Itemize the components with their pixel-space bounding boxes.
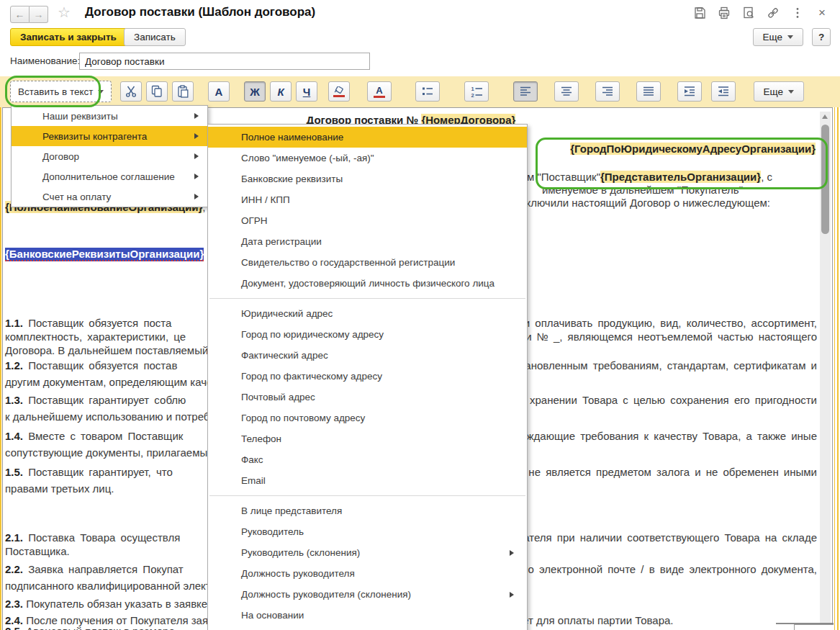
- justify-button[interactable]: [636, 81, 661, 102]
- submenu-item[interactable]: Email: [208, 470, 527, 491]
- submenu-item-label: Должность руководителя: [241, 568, 355, 579]
- outdent-button[interactable]: [711, 81, 736, 102]
- paste-button[interactable]: [172, 81, 194, 102]
- submenu-item[interactable]: Слово "именуемое (-ый, -ая)": [208, 148, 527, 168]
- app-window: ← → ☆ Договор поставки (Шаблон договора)…: [0, 0, 840, 630]
- bullet-list-button[interactable]: [415, 81, 440, 102]
- command-bar: Записать и закрыть Записать Еще ?: [0, 26, 840, 49]
- preview-icon[interactable]: [741, 6, 757, 20]
- name-input[interactable]: [79, 53, 370, 70]
- menu-item[interactable]: Дополнительное соглашение: [12, 166, 207, 186]
- submenu-item-label: Email: [241, 475, 266, 486]
- submenu-item[interactable]: Руководитель: [208, 521, 527, 542]
- save-icon[interactable]: [692, 6, 708, 20]
- submenu-item[interactable]: Дата регистрации: [208, 231, 527, 252]
- submenu-item-label: На основании: [241, 610, 304, 621]
- close-icon[interactable]: ×: [814, 6, 830, 20]
- submenu-arrow-icon: [194, 133, 199, 139]
- titlebar: ← → ☆ Договор поставки (Шаблон договора)…: [0, 0, 840, 24]
- submenu-item-label: Почтовый адрес: [241, 392, 315, 402]
- submenu-item[interactable]: В лице представителя: [208, 500, 527, 521]
- cut-button[interactable]: [120, 81, 142, 102]
- chevron-down-icon: [788, 90, 794, 94]
- menu-item-label: Наши реквизиты: [42, 111, 118, 122]
- submenu-item[interactable]: Телефон: [208, 428, 527, 449]
- justify-icon: [641, 84, 656, 99]
- menu-item[interactable]: Наши реквизиты: [12, 106, 207, 126]
- menu-item[interactable]: Реквизиты контрагента: [12, 126, 207, 146]
- submenu-item[interactable]: Руководитель (склонения): [208, 542, 527, 563]
- window-frame-right: [837, 107, 839, 630]
- submenu-arrow-icon: [194, 113, 199, 119]
- submenu-item[interactable]: Юридический адрес: [208, 303, 527, 324]
- scissors-icon: [125, 85, 137, 98]
- contractor-submenu: Полное наименованиеСлово "именуемое (-ый…: [207, 124, 528, 630]
- more-button-top[interactable]: Еще: [753, 28, 803, 46]
- submenu-item-label: ИНН / КПП: [241, 194, 290, 205]
- indent-icon: [682, 84, 697, 99]
- save-button[interactable]: Записать: [124, 28, 186, 46]
- align-left-button[interactable]: [513, 81, 538, 102]
- kebab-menu-icon[interactable]: [790, 6, 805, 20]
- submenu-item-label: Юридический адрес: [241, 308, 333, 319]
- insert-into-text-button[interactable]: Вставить в текст: [10, 81, 112, 102]
- fill-color-button[interactable]: [328, 81, 350, 102]
- align-center-icon: [559, 84, 574, 99]
- submenu-item-label: Фактический адрес: [241, 350, 328, 361]
- submenu-item[interactable]: На основании: [208, 605, 527, 626]
- vertical-scrollbar[interactable]: [820, 112, 831, 624]
- more-button-toolbar[interactable]: Еще: [754, 81, 804, 102]
- submenu-item[interactable]: Факс: [208, 449, 527, 470]
- favorite-star-icon[interactable]: ☆: [58, 4, 71, 20]
- submenu-item-label: Слово "именуемое (-ый, -ая)": [241, 153, 374, 163]
- scrollbar-thumb[interactable]: [821, 125, 829, 234]
- chevron-down-icon: [787, 35, 793, 39]
- numbered-list-button[interactable]: 12: [464, 81, 489, 102]
- back-button[interactable]: ←: [10, 6, 30, 23]
- align-center-button[interactable]: [554, 81, 579, 102]
- menu-item[interactable]: Договор: [12, 146, 207, 166]
- help-button[interactable]: ?: [812, 28, 831, 46]
- save-and-close-button[interactable]: Записать и закрыть: [10, 28, 127, 46]
- window-frame-left: [0, 107, 1, 630]
- name-label: Наименование:: [10, 55, 80, 66]
- outdent-icon: [716, 84, 731, 99]
- align-left-icon: [518, 84, 533, 99]
- submenu-item[interactable]: Должность руководителя (склонения): [208, 584, 527, 605]
- submenu-item[interactable]: Фактический адрес: [208, 345, 527, 366]
- submenu-arrow-icon: [510, 550, 514, 556]
- forward-button[interactable]: →: [30, 6, 48, 23]
- link-icon[interactable]: [765, 6, 781, 20]
- underline-button[interactable]: Ч: [296, 81, 317, 102]
- submenu-item[interactable]: Банковские реквизиты: [208, 168, 527, 189]
- font-color-button[interactable]: А: [367, 81, 392, 102]
- submenu-item[interactable]: Свидетельство о государственной регистра…: [208, 252, 527, 273]
- copy-button[interactable]: [146, 81, 168, 102]
- nav-buttons: ← →: [10, 6, 48, 23]
- submenu-item-label: Город по фактическому адресу: [241, 371, 382, 382]
- menu-separator: [209, 495, 525, 496]
- print-icon[interactable]: [716, 6, 732, 20]
- indent-button[interactable]: [677, 81, 702, 102]
- bullet-list-icon: [420, 84, 435, 99]
- align-right-button[interactable]: [595, 81, 620, 102]
- bold-button[interactable]: Ж: [244, 81, 266, 102]
- submenu-item[interactable]: Город по фактическому адресу: [208, 366, 527, 387]
- submenu-item[interactable]: Почтовый адрес: [208, 387, 527, 408]
- name-row: Наименование:: [0, 50, 840, 73]
- menu-item-label: Дополнительное соглашение: [42, 171, 175, 182]
- italic-button[interactable]: К: [270, 81, 292, 102]
- submenu-item-label: Город по юридическому адресу: [241, 329, 384, 340]
- submenu-item[interactable]: Документ, удостоверяющий личность физиче…: [208, 273, 527, 294]
- submenu-item[interactable]: Город по юридическому адресу: [208, 324, 527, 345]
- submenu-item[interactable]: Город по почтовому адресу: [208, 408, 527, 428]
- font-button[interactable]: А: [208, 81, 230, 102]
- submenu-item[interactable]: Полное наименование: [208, 127, 527, 148]
- menu-item[interactable]: Счет на оплату: [12, 186, 207, 207]
- submenu-item[interactable]: ИНН / КПП: [208, 189, 527, 210]
- page-title: Договор поставки (Шаблон договора): [85, 5, 315, 19]
- submenu-item[interactable]: Должность руководителя: [208, 563, 527, 584]
- submenu-item[interactable]: ОГРН: [208, 210, 527, 231]
- scroll-up-icon[interactable]: [822, 114, 828, 119]
- numbered-list-icon: 12: [469, 84, 484, 99]
